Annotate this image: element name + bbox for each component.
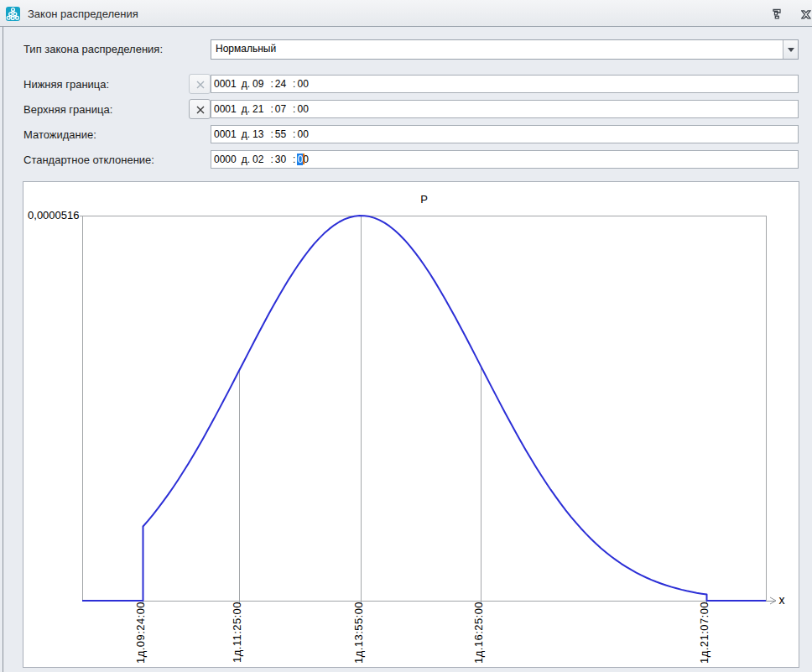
svg-text:1д.16:25:00: 1д.16:25:00	[472, 602, 485, 664]
svg-text:0,0000516: 0,0000516	[28, 209, 79, 221]
svg-text:1д.11:25:00: 1д.11:25:00	[231, 602, 243, 663]
svg-text:1д.21:07:00: 1д.21:07:00	[698, 602, 710, 664]
svg-text:1д.09:24:00: 1д.09:24:00	[134, 602, 147, 664]
svg-text:P: P	[420, 193, 428, 206]
svg-text:x: x	[779, 593, 785, 607]
svg-text:1д.13:55:00: 1д.13:55:00	[352, 602, 365, 664]
